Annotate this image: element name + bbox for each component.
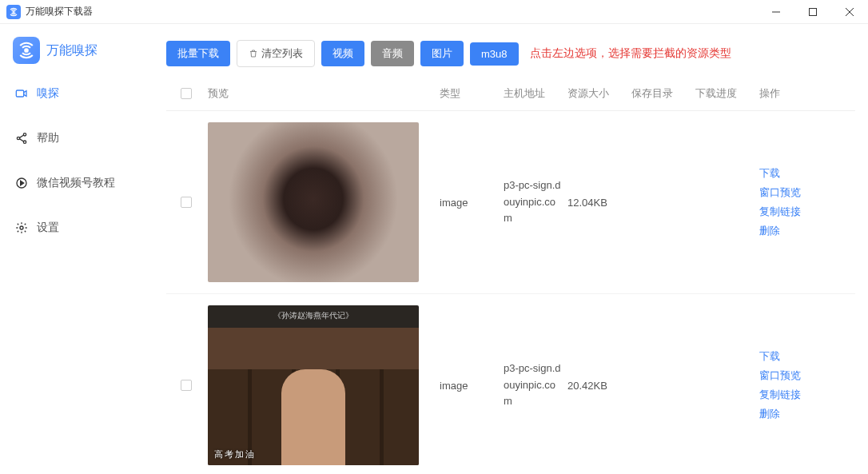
toolbar-hint: 点击左边选项，选择需要拦截的资源类型	[530, 46, 731, 61]
svg-point-5	[25, 49, 28, 52]
sidebar-item-label: 微信视频号教程	[37, 176, 115, 190]
sidebar-item-label: 嗅探	[37, 86, 59, 101]
toolbar: 批量下载 清空列表 视频 音频 图片 m3u8 点击左边选项，选择需要拦截的资源…	[166, 40, 855, 67]
cell-size: 20.42KB	[567, 380, 631, 392]
thumbnail[interactable]: 《孙涛赵海燕年代记》 高考加油	[208, 305, 419, 465]
sidebar: 万能嗅探 嗅探 帮助 微信视频号教程 设置	[0, 24, 144, 474]
action-preview-window[interactable]: 窗口预览	[759, 368, 807, 383]
cell-host: p3-pc-sign.douyinpic.com	[504, 360, 567, 410]
svg-line-10	[19, 135, 23, 137]
svg-rect-6	[16, 90, 23, 97]
table-row: image p3-pc-sign.douyinpic.com 12.04KB 下…	[166, 111, 855, 294]
sidebar-item-wechat-tutorial[interactable]: 微信视频号教程	[0, 168, 144, 198]
action-download[interactable]: 下载	[759, 166, 807, 181]
svg-rect-2	[810, 8, 817, 15]
gear-icon	[14, 221, 29, 235]
filter-audio-button[interactable]: 音频	[371, 41, 414, 66]
column-action: 操作	[759, 86, 807, 101]
svg-point-13	[20, 226, 23, 229]
action-delete[interactable]: 删除	[759, 407, 807, 421]
column-host: 主机地址	[504, 86, 567, 101]
column-size: 资源大小	[567, 86, 631, 101]
play-circle-icon	[14, 176, 29, 190]
action-copy-link[interactable]: 复制链接	[759, 205, 807, 219]
filter-image-button[interactable]: 图片	[420, 41, 464, 66]
filter-m3u8-button[interactable]: m3u8	[470, 42, 519, 66]
brand-icon	[13, 37, 40, 64]
svg-point-0	[13, 11, 14, 13]
column-progress: 下载进度	[695, 86, 759, 101]
sidebar-item-sniff[interactable]: 嗅探	[0, 78, 144, 109]
resource-table: 预览 类型 主机地址 资源大小 保存目录 下载进度 操作 image p3-pc…	[166, 82, 855, 474]
camera-icon	[14, 86, 29, 101]
filter-video-button[interactable]: 视频	[321, 41, 364, 66]
thumbnail[interactable]	[208, 122, 419, 282]
sidebar-item-label: 设置	[37, 221, 59, 235]
svg-line-11	[19, 139, 23, 141]
trash-icon	[249, 49, 258, 58]
sidebar-item-help[interactable]: 帮助	[0, 123, 144, 153]
action-download[interactable]: 下载	[759, 349, 807, 364]
action-copy-link[interactable]: 复制链接	[759, 388, 807, 402]
sidebar-item-settings[interactable]: 设置	[0, 213, 144, 243]
window-title: 万能嗅探下载器	[26, 5, 758, 18]
cell-type: image	[440, 380, 504, 392]
action-preview-window[interactable]: 窗口预览	[759, 185, 807, 200]
brand: 万能嗅探	[0, 34, 144, 78]
thumbnail-subtitle: 高考加油	[214, 448, 256, 460]
row-checkbox[interactable]	[181, 197, 192, 208]
brand-name: 万能嗅探	[46, 42, 98, 59]
cell-size: 12.04KB	[567, 197, 631, 209]
clear-list-button[interactable]: 清空列表	[237, 40, 315, 67]
row-checkbox[interactable]	[181, 380, 192, 391]
sidebar-item-label: 帮助	[37, 131, 59, 145]
main-content: 批量下载 清空列表 视频 音频 图片 m3u8 点击左边选项，选择需要拦截的资源…	[144, 24, 868, 474]
thumbnail-top-caption: 《孙涛赵海燕年代记》	[208, 310, 419, 321]
cell-type: image	[440, 197, 504, 209]
column-dir: 保存目录	[631, 86, 695, 101]
select-all-checkbox[interactable]	[181, 88, 192, 99]
table-header: 预览 类型 主机地址 资源大小 保存目录 下载进度 操作	[166, 82, 855, 111]
batch-download-button[interactable]: 批量下载	[166, 41, 230, 66]
column-type: 类型	[440, 86, 504, 101]
maximize-button[interactable]	[794, 0, 831, 24]
minimize-button[interactable]	[758, 0, 794, 24]
share-icon	[14, 131, 29, 145]
titlebar: 万能嗅探下载器	[0, 0, 868, 24]
close-button[interactable]	[831, 0, 868, 24]
app-icon	[6, 5, 21, 19]
cell-host: p3-pc-sign.douyinpic.com	[504, 177, 567, 227]
table-row: 《孙涛赵海燕年代记》 高考加油 image p3-pc-sign.douyinp…	[166, 294, 855, 474]
action-delete[interactable]: 删除	[759, 224, 807, 238]
column-preview: 预览	[206, 86, 440, 101]
